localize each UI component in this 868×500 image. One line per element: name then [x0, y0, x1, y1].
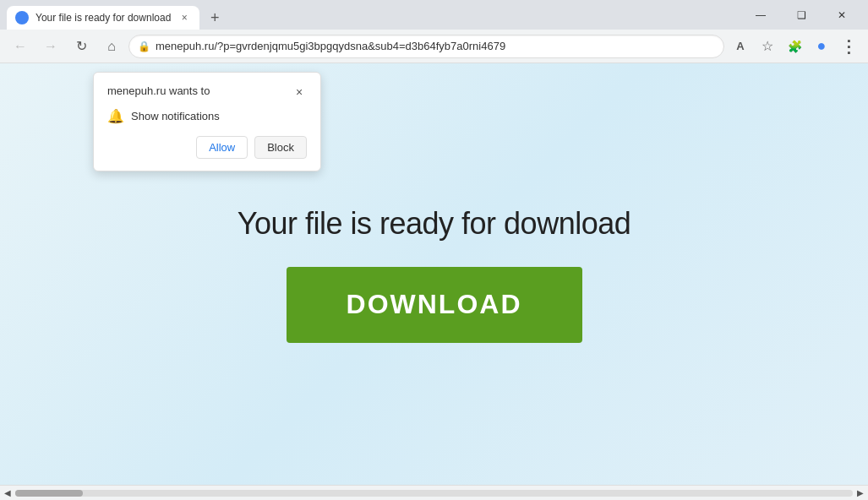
address-bar[interactable]: 🔒 menepuh.ru/?p=gvrdenjqmu5gi3bpgqydsna&… — [128, 35, 724, 58]
scroll-left-button[interactable]: ◀ — [2, 487, 14, 499]
back-icon: ← — [14, 39, 27, 54]
popup-actions: Allow Block — [107, 136, 307, 159]
popup-header: menepuh.ru wants to × — [107, 84, 307, 100]
titlebar: Your file is ready for download × + — ❑ … — [0, 0, 868, 30]
scroll-right-button[interactable]: ▶ — [854, 487, 866, 499]
extension-button[interactable]: 🧩 — [782, 34, 807, 59]
tab-favicon — [15, 11, 29, 24]
profile-icon: ● — [817, 37, 827, 55]
popup-title: menepuh.ru wants to — [107, 84, 210, 97]
translate-button[interactable]: A — [728, 34, 753, 59]
block-button[interactable]: Block — [254, 136, 307, 159]
back-button[interactable]: ← — [7, 33, 34, 60]
popup-close-button[interactable]: × — [292, 84, 307, 100]
maximize-button[interactable]: ❑ — [782, 0, 821, 30]
url-text: menepuh.ru/?p=gvrdenjqmu5gi3bpgqydsna&su… — [156, 40, 715, 52]
page-content: menepuh.ru wants to × 🔔 Show notificatio… — [0, 63, 868, 485]
reload-icon: ↻ — [76, 38, 87, 54]
tab-area: Your file is ready for download × + — [7, 0, 741, 30]
minimize-button[interactable]: — — [741, 0, 780, 30]
scrollbar-thumb[interactable] — [15, 490, 83, 497]
popup-description: Show notifications — [131, 110, 220, 122]
menu-button[interactable]: ⋮ — [836, 34, 861, 59]
translate-icon: A — [736, 40, 744, 52]
svg-point-0 — [18, 14, 26, 22]
tab-close-button[interactable]: × — [177, 11, 191, 24]
menu-icon: ⋮ — [840, 36, 857, 57]
tab-title: Your file is ready for download — [35, 12, 171, 24]
lock-icon: 🔒 — [138, 41, 150, 52]
scrollbar-track[interactable] — [15, 490, 853, 497]
page-heading: Your file is ready for download — [237, 206, 631, 242]
extension-icon: 🧩 — [788, 40, 802, 53]
new-tab-button[interactable]: + — [203, 6, 227, 30]
allow-button[interactable]: Allow — [196, 136, 248, 159]
home-icon: ⌂ — [107, 39, 116, 54]
notification-popup: menepuh.ru wants to × 🔔 Show notificatio… — [93, 72, 321, 171]
forward-icon: → — [44, 39, 57, 54]
active-tab[interactable]: Your file is ready for download × — [7, 6, 199, 30]
window-controls: — ❑ ✕ — [741, 0, 861, 30]
popup-notification-row: 🔔 Show notifications — [107, 108, 307, 124]
close-window-button[interactable]: ✕ — [822, 0, 861, 30]
download-button[interactable]: DOWNLOAD — [287, 267, 582, 343]
bell-icon: 🔔 — [107, 108, 124, 124]
scrollbar-area: ◀ ▶ — [0, 485, 868, 500]
reload-button[interactable]: ↻ — [68, 33, 95, 60]
bookmark-button[interactable]: ☆ — [755, 34, 780, 59]
home-button[interactable]: ⌂ — [98, 33, 125, 60]
profile-button[interactable]: ● — [809, 34, 834, 59]
toolbar-icons: A ☆ 🧩 ● ⋮ — [728, 34, 861, 59]
star-icon: ☆ — [762, 38, 773, 54]
forward-button[interactable]: → — [37, 33, 64, 60]
toolbar: ← → ↻ ⌂ 🔒 menepuh.ru/?p=gvrdenjqmu5gi3bp… — [0, 30, 868, 63]
